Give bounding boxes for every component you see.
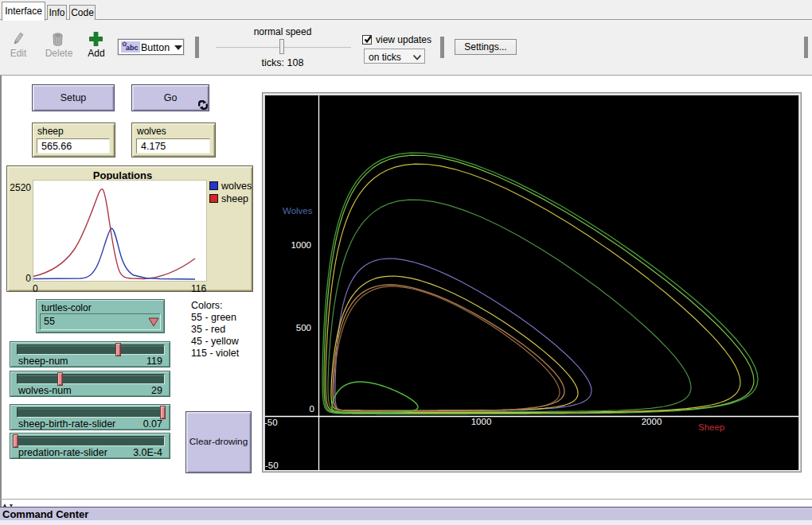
svg-text:0: 0 [310, 404, 314, 414]
svg-text:2000: 2000 [642, 417, 662, 426]
svg-text:Sheep: Sheep [698, 422, 724, 432]
svg-text:1000: 1000 [471, 417, 492, 426]
svg-text:-50: -50 [264, 418, 278, 427]
svg-text:500: 500 [296, 323, 311, 332]
svg-text:Wolves: Wolves [283, 206, 313, 216]
svg-text:-50: -50 [265, 461, 279, 470]
svg-text:1000: 1000 [291, 240, 311, 250]
